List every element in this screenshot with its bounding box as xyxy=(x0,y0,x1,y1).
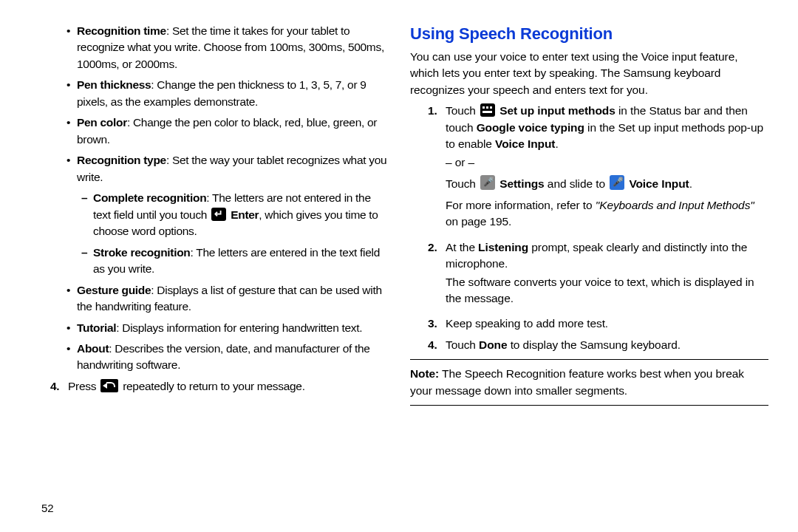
term: Recognition time xyxy=(77,24,166,37)
bullet-pen-thickness: • Pen thickness: Change the pen thicknes… xyxy=(30,77,388,110)
note-label: Note: xyxy=(410,367,439,380)
b: Listening xyxy=(478,241,528,253)
bullet-marker: • xyxy=(66,341,77,374)
step-1: 1. Touch Set up input methods in the Sta… xyxy=(410,103,768,234)
back-icon xyxy=(100,379,118,392)
subbullet-complete-recognition: – Complete recognition: The letters are … xyxy=(30,190,388,239)
note-block: Note: The Speech Recognition feature wor… xyxy=(410,366,768,399)
desc: : Displays information for entering hand… xyxy=(116,321,362,334)
step-2: 2. At the Listening prompt, speak clearl… xyxy=(410,239,768,312)
subbullet-stroke-recognition: – Stroke recognition: The letters are en… xyxy=(30,245,388,278)
bullet-marker: • xyxy=(66,77,77,110)
left-column: • Recognition time: Set the time it take… xyxy=(30,22,388,525)
step-3: 3. Keep speaking to add more test. xyxy=(410,316,768,332)
term: Recognition type xyxy=(77,154,166,166)
bullet-marker: • xyxy=(66,282,77,316)
dash-marker: – xyxy=(81,190,93,239)
t: and slide to xyxy=(545,177,609,190)
desc: : Describes the version, date, and manuf… xyxy=(77,342,370,371)
ref-italic: "Keyboards and Input Methods" xyxy=(596,199,754,211)
dash-marker: – xyxy=(81,245,93,278)
bullet-tutorial: • Tutorial: Displays information for ent… xyxy=(30,320,388,336)
t: Touch xyxy=(446,177,479,190)
text-part1: Press xyxy=(68,380,99,392)
bullet-recognition-time: • Recognition time: Set the time it take… xyxy=(30,23,388,72)
num-marker: 4. xyxy=(428,337,446,353)
intro-paragraph: You can use your voice to enter text usi… xyxy=(410,49,768,98)
b: Done xyxy=(479,338,507,351)
desc: The software converts your voice to text… xyxy=(446,274,768,307)
enter-icon xyxy=(211,208,226,221)
text-part2: repeatedly to return to your message. xyxy=(120,380,305,392)
divider-bottom xyxy=(410,405,768,406)
keyboard-icon xyxy=(480,103,495,117)
term: Stroke recognition xyxy=(93,246,191,259)
or-separator: – or – xyxy=(446,154,768,171)
bullet-marker: • xyxy=(66,320,77,336)
b: Voice Input xyxy=(629,177,689,190)
heading-speech-recognition: Using Speech Recognition xyxy=(410,22,768,46)
t: At the xyxy=(446,241,478,253)
divider-top xyxy=(410,359,768,360)
b: Settings xyxy=(499,177,544,190)
enter-label: Enter xyxy=(231,208,259,221)
term: About xyxy=(77,342,109,355)
term: Tutorial xyxy=(77,321,116,334)
mic-blue-icon xyxy=(610,175,624,190)
step-4-press-back: 4. Press repeatedly to return to your me… xyxy=(30,378,388,395)
num-marker: 4. xyxy=(50,378,68,395)
t: Touch xyxy=(446,104,479,117)
t: . xyxy=(689,177,692,190)
t: Keep speaking to add more test. xyxy=(446,316,768,332)
b: Voice Input xyxy=(495,137,555,150)
num-marker: 2. xyxy=(428,239,446,312)
bullet-gesture-guide: • Gesture guide: Displays a list of gest… xyxy=(30,282,388,316)
bullet-marker: • xyxy=(66,152,77,185)
bullet-recognition-type: • Recognition type: Set the way your tab… xyxy=(30,152,388,185)
step-4: 4. Touch Done to display the Samsung key… xyxy=(410,337,768,353)
manual-page: • Recognition time: Set the time it take… xyxy=(0,0,798,532)
bullet-marker: • xyxy=(66,23,77,72)
t: to display the Samsung keyboard. xyxy=(507,338,681,351)
b: Google voice typing xyxy=(477,121,584,134)
ref-text: For more information, refer to xyxy=(446,199,596,211)
num-marker: 1. xyxy=(428,103,446,234)
ref-text2: on page 195. xyxy=(446,215,511,228)
term: Pen thickness xyxy=(77,78,151,91)
mic-gray-icon xyxy=(480,175,495,190)
right-column: Using Speech Recognition You can use you… xyxy=(410,22,768,525)
num-marker: 3. xyxy=(428,316,446,332)
b: Set up input methods xyxy=(499,104,615,117)
t: . xyxy=(555,137,558,150)
term: Complete recognition xyxy=(93,191,206,204)
page-number: 52 xyxy=(41,502,54,514)
term: Pen color xyxy=(77,116,127,129)
bullet-pen-color: • Pen color: Change the pen color to bla… xyxy=(30,115,388,148)
bullet-about: • About: Describes the version, date, an… xyxy=(30,341,388,374)
bullet-marker: • xyxy=(66,115,77,148)
term: Gesture guide xyxy=(77,284,151,296)
t: Touch xyxy=(446,338,479,351)
note-text: The Speech Recognition feature works bes… xyxy=(410,367,744,396)
